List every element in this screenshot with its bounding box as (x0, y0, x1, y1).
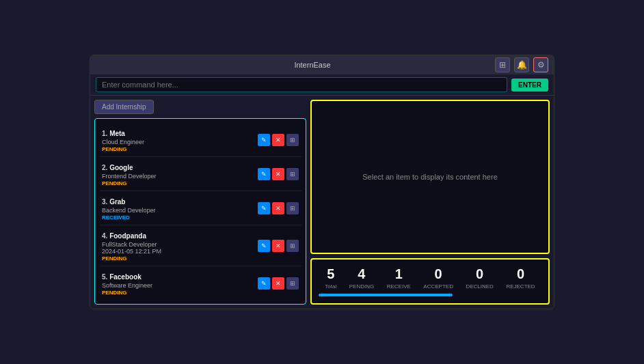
list-item-actions: ✎ ✕ ⊞ (258, 168, 299, 180)
list-item-info: 5. Facebook Software Engineer PENDING (102, 270, 258, 296)
stat-item: 5 Total (325, 266, 336, 290)
list-item-actions: ✎ ✕ ⊞ (258, 277, 299, 290)
edit-button[interactable]: ✎ (258, 134, 270, 146)
list-item-status: RECEIVED (102, 214, 258, 221)
app-window: InternEase ⊞ 🔔 ⚙ ENTER Add Internship 1.… (90, 55, 554, 309)
bell-icon[interactable]: 🔔 (514, 57, 529, 72)
list-item-role: FullStack Developer (102, 241, 258, 248)
stat-item: 1 RECEIVE (387, 266, 411, 290)
stat-value: 1 (387, 266, 411, 282)
list-item[interactable]: 5. Facebook Software Engineer PENDING ✎ … (99, 266, 301, 300)
toolbar: ⊞ 🔔 ⚙ (495, 57, 548, 72)
list-item-status: PENDING (102, 180, 258, 187)
command-bar: ENTER (90, 74, 554, 96)
stat-value: 0 (423, 266, 453, 282)
view-content-panel: Select an item to display its content he… (310, 100, 550, 254)
list-item[interactable]: 2. Google Frontend Developer PENDING ✎ ✕… (99, 157, 301, 191)
stat-label: RECEIVE (387, 283, 411, 290)
list-item-info: 3. Grab Backend Developer RECEIVED (102, 195, 258, 221)
list-item-company: Google (109, 164, 133, 171)
delete-button[interactable]: ✕ (272, 277, 284, 290)
list-item-role: Software Engineer (102, 282, 258, 289)
list-item-date: 2024-01-05 12:21 PM (102, 248, 258, 255)
delete-button[interactable]: ✕ (272, 134, 284, 146)
summary-stats: 5 Total 4 PENDING 1 RECEIVE 0 ACCEPTED 0… (319, 266, 541, 290)
list-item-role: Backend Developer (102, 207, 258, 214)
stat-value: 5 (325, 266, 336, 282)
list-item-info: 2. Google Frontend Developer PENDING (102, 160, 258, 187)
stat-label: PENDING (349, 283, 374, 290)
list-item-actions: ✎ ✕ ⊞ (258, 134, 299, 146)
stat-label: DECLINED (466, 283, 493, 290)
list-item-status: PENDING (102, 289, 258, 296)
delete-button[interactable]: ✕ (272, 202, 284, 214)
stat-item: 0 ACCEPTED (423, 266, 453, 290)
edit-button[interactable]: ✎ (258, 240, 270, 252)
title-bar: InternEase ⊞ 🔔 ⚙ (90, 55, 554, 74)
stat-value: 4 (349, 266, 374, 282)
list-item-actions: ✎ ✕ ⊞ (258, 202, 299, 214)
list-item-num: 3. Grab (102, 198, 125, 206)
list-item-company: Facebook (109, 273, 142, 281)
content-list-panel: 1. Meta Cloud Engineer PENDING ✎ ✕ ⊞ 2. … (94, 118, 306, 305)
command-input[interactable] (96, 77, 507, 92)
view-button[interactable]: ⊞ (286, 240, 299, 252)
list-item[interactable]: 1. Meta Cloud Engineer PENDING ✎ ✕ ⊞ (99, 123, 301, 157)
list-item-company: Foodpanda (109, 232, 146, 240)
list-item-info: 4. Foodpanda FullStack Developer 2024-01… (102, 229, 258, 262)
stat-label: REJECTED (506, 283, 535, 290)
main-content: Add Internship 1. Meta Cloud Engineer PE… (90, 96, 554, 309)
app-title: InternEase (130, 61, 495, 69)
list-item-actions: ✎ ✕ ⊞ (258, 240, 299, 252)
edit-button[interactable]: ✎ (258, 202, 270, 214)
view-button[interactable]: ⊞ (286, 168, 299, 180)
right-panel: Select an item to display its content he… (310, 100, 550, 305)
stat-label: ACCEPTED (423, 283, 453, 290)
list-item[interactable]: 3. Grab Backend Developer RECEIVED ✎ ✕ ⊞ (99, 191, 301, 225)
list-item-company: Meta (109, 130, 125, 137)
edit-button[interactable]: ✎ (258, 277, 270, 290)
view-button[interactable]: ⊞ (286, 277, 299, 290)
stat-value: 0 (466, 266, 493, 282)
stat-label: Total (325, 283, 336, 290)
list-item-num: 1. Meta (102, 130, 125, 137)
view-placeholder: Select an item to display its content he… (362, 173, 498, 181)
view-button[interactable]: ⊞ (286, 202, 299, 214)
home-icon[interactable]: ⊞ (495, 57, 510, 72)
list-item-status: PENDING (102, 145, 258, 153)
gear-icon[interactable]: ⚙ (533, 57, 548, 72)
stat-value: 0 (506, 266, 535, 282)
list-item-num: 2. Google (102, 164, 133, 171)
enter-button[interactable]: ENTER (511, 79, 548, 92)
list-item-info: 1. Meta Cloud Engineer PENDING (102, 126, 258, 153)
list-item-role: Cloud Engineer (102, 139, 258, 145)
left-panel: Add Internship 1. Meta Cloud Engineer PE… (94, 100, 306, 305)
delete-button[interactable]: ✕ (272, 168, 284, 180)
list-item-role: Frontend Developer (102, 173, 258, 180)
delete-button[interactable]: ✕ (272, 240, 284, 252)
list-item-status: PENDING (102, 255, 258, 262)
add-internship-button[interactable]: Add Internship (94, 100, 154, 114)
stat-item: 0 REJECTED (506, 266, 535, 290)
list-item-num: 4. Foodpanda (102, 232, 146, 240)
scrollbar[interactable] (319, 294, 453, 296)
stat-item: 4 PENDING (349, 266, 374, 290)
list-item[interactable]: 4. Foodpanda FullStack Developer 2024-01… (99, 225, 301, 266)
edit-button[interactable]: ✎ (258, 168, 270, 180)
summary-panel: 5 Total 4 PENDING 1 RECEIVE 0 ACCEPTED 0… (310, 258, 550, 305)
view-button[interactable]: ⊞ (286, 134, 299, 146)
stat-item: 0 DECLINED (466, 266, 493, 290)
list-item-num: 5. Facebook (102, 273, 142, 281)
list-item-company: Grab (109, 198, 125, 206)
